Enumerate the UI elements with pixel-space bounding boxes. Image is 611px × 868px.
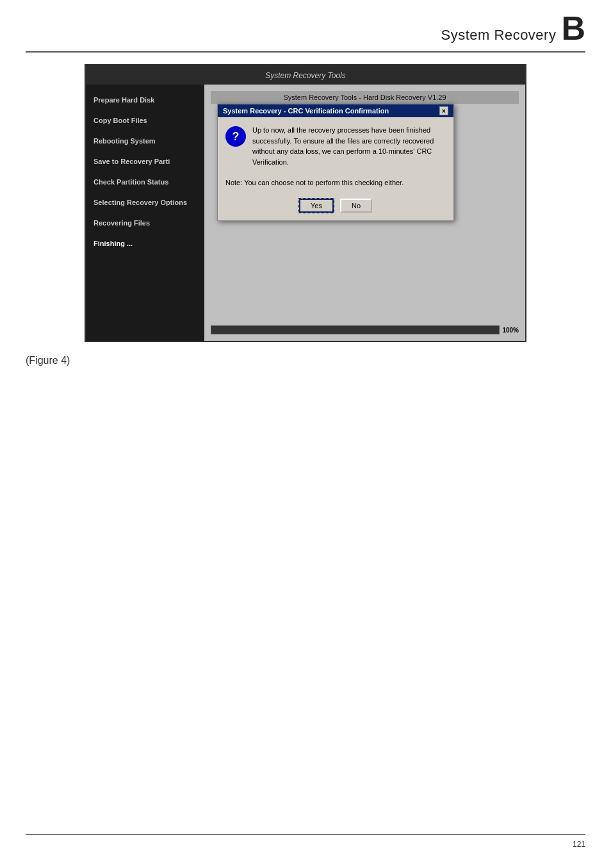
progress-label: 100% — [502, 327, 519, 334]
dialog-title: System Recovery - CRC Verification Confi… — [223, 107, 389, 115]
page-number: 121 — [573, 840, 585, 849]
dialog-titlebar: System Recovery - CRC Verification Confi… — [218, 104, 453, 117]
sidebar-item-prepare-hard-disk[interactable]: Prepare Hard Disk — [86, 90, 204, 110]
content-topbar: System Recovery Tools - Hard Disk Recove… — [211, 91, 519, 104]
header-rule — [26, 51, 585, 53]
sidebar-item-finishing[interactable]: Finishing ... — [86, 233, 204, 254]
dialog-note: Note: You can choose not to perform this… — [218, 175, 453, 193]
screenshot-titlebar: System Recovery Tools — [86, 65, 525, 85]
dialog-question-icon: ? — [225, 126, 246, 147]
sidebar-item-rebooting-system[interactable]: Rebooting System — [86, 131, 204, 151]
dialog-message: Up to now, all the recovery processes ha… — [252, 125, 446, 167]
page-footer: 121 — [26, 834, 585, 849]
page-header: System Recovery B — [441, 12, 585, 45]
dialog-close-button[interactable]: × — [439, 106, 448, 115]
screenshot-container: System Recovery Tools Prepare Hard Disk … — [85, 64, 526, 342]
sidebar-item-copy-boot-files[interactable]: Copy Boot Files — [86, 110, 204, 131]
progress-bar-fill — [211, 326, 499, 334]
progress-area: 100% — [211, 325, 519, 334]
dialog-body: ? Up to now, all the recovery processes … — [218, 117, 453, 175]
yes-button[interactable]: Yes — [299, 199, 334, 213]
screenshot-title: System Recovery Tools — [265, 71, 346, 80]
content-area: System Recovery Tools - Hard Disk Recove… — [204, 85, 525, 341]
sidebar-item-recovering-files[interactable]: Recovering Files — [86, 213, 204, 233]
chapter-letter: B — [561, 12, 585, 45]
sidebar-item-save-recovery[interactable]: Save to Recovery Parti — [86, 151, 204, 172]
no-button[interactable]: No — [340, 199, 372, 213]
figure-caption: (Figure 4) — [26, 355, 585, 366]
sidebar: Prepare Hard Disk Copy Boot Files Reboot… — [86, 85, 204, 341]
screenshot-body: Prepare Hard Disk Copy Boot Files Reboot… — [86, 85, 525, 341]
dialog-buttons: Yes No — [218, 193, 453, 220]
sidebar-item-check-partition[interactable]: Check Partition Status — [86, 172, 204, 192]
topbar-label: System Recovery Tools - Hard Disk Recove… — [283, 94, 446, 101]
progress-bar — [211, 325, 500, 334]
main-content: System Recovery Tools Prepare Hard Disk … — [26, 64, 585, 366]
crc-dialog: System Recovery - CRC Verification Confi… — [217, 104, 454, 221]
sidebar-item-selecting-recovery[interactable]: Selecting Recovery Options — [86, 192, 204, 213]
chapter-title: System Recovery — [441, 27, 557, 44]
